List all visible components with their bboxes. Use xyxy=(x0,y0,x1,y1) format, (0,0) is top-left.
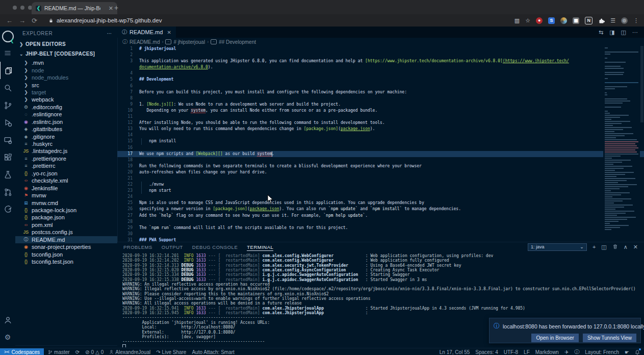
file-item-checkstyle.xml[interactable]: ‹›checkstyle.xml xyxy=(15,177,117,184)
code-line-13[interactable]: 13You will only need to run this command… xyxy=(117,126,644,132)
file-item-sonar-project.properties[interactable]: ◉sonar-project.properties xyxy=(15,243,117,250)
cursor-position[interactable]: Ln 17, Col 55 xyxy=(440,349,470,355)
code-line-14[interactable]: 14 xyxy=(117,132,644,138)
browser-menu-icon[interactable]: ⋮ xyxy=(633,17,639,24)
file-item-postcss.config.js[interactable]: JSpostcss.config.js xyxy=(15,229,117,236)
breadcrumb-file[interactable]: README.md xyxy=(130,39,160,45)
code-line-17[interactable]: 17We use npm scripts and [Webpack][] as … xyxy=(117,151,644,157)
open-changes-icon[interactable]: ⇆ xyxy=(599,29,603,36)
folder-item-webpack[interactable]: ❯webpack xyxy=(15,96,117,103)
live-share-status[interactable]: ↷ Live Share xyxy=(156,349,186,355)
back-icon[interactable]: ← xyxy=(6,17,13,24)
extension-gray-icon[interactable]: ▦ xyxy=(573,17,579,24)
github-pr-icon[interactable] xyxy=(0,183,15,200)
folder-item-node[interactable]: ❯node xyxy=(15,66,117,73)
problems-indicator[interactable]: ⊘ 0 △ 0 xyxy=(85,349,104,355)
code-line-7[interactable]: 7Before you can build this project, you … xyxy=(117,89,644,95)
file-item-.editorconfig[interactable]: ⚙.editorconfig xyxy=(15,104,117,111)
editor-tab-close-icon[interactable]: ✕ xyxy=(167,30,171,35)
info-status-icon[interactable]: ⓘ xyxy=(574,348,579,355)
code-line-1[interactable]: 1# jhipsterjoual xyxy=(117,46,644,52)
close-panel-icon[interactable]: ✕ xyxy=(633,244,638,250)
code-line-18[interactable]: 18 xyxy=(117,157,644,163)
extensions-puzzle-icon[interactable] xyxy=(598,17,605,24)
live-share-activity-icon[interactable] xyxy=(0,200,15,218)
address-bar[interactable]: alexandrejoual-jhip-belt-wp75.github.dev xyxy=(48,17,162,23)
maximize-panel-icon[interactable]: ∧ xyxy=(624,244,628,250)
reload-icon[interactable]: ⟳ xyxy=(32,17,37,24)
tab-problems[interactable]: PROBLEMS xyxy=(123,243,152,250)
remote-indicator[interactable]: >< Codespaces xyxy=(0,348,44,355)
folder-item-node_modules[interactable]: ❯node_modules xyxy=(15,74,117,81)
code-line-27[interactable]: 27Add the `help` flag on any command to … xyxy=(117,213,644,219)
split-terminal-icon[interactable]: ◫ xyxy=(601,244,606,250)
code-line-6[interactable]: 6 xyxy=(117,83,644,89)
workspace-section[interactable]: ⌄ JHIP-BELT [CODESPACES] xyxy=(15,49,117,59)
code-line-29[interactable]: 29The `npm run` command will list all of… xyxy=(117,225,644,231)
extension-red-icon[interactable]: ● xyxy=(536,17,543,24)
layout-status[interactable]: Layout: French xyxy=(585,349,619,355)
file-item-mvnw[interactable]: ⚑mvnw xyxy=(15,192,117,199)
file-item-Jenkinsfile[interactable]: ◉Jenkinsfile xyxy=(15,184,117,191)
code-line-wrap[interactable]: documentation-archive/v6.8.0). xyxy=(117,64,644,70)
bookmark-star-icon[interactable]: ☆ xyxy=(525,17,530,24)
code-line-28[interactable]: 28 xyxy=(117,219,644,225)
code-line-5[interactable]: 5## Development xyxy=(117,77,644,83)
settings-gear-icon[interactable]: ⚙ xyxy=(0,328,15,346)
code-line-12[interactable]: 12After installing Node, you should be a… xyxy=(117,120,644,126)
split-editor-icon[interactable]: ◫ xyxy=(621,29,626,36)
indentation-status[interactable]: Spaces: 4 xyxy=(475,349,498,355)
window-close-button[interactable] xyxy=(13,6,17,10)
editor-scrollbar[interactable] xyxy=(640,46,644,242)
editor-tab-readme[interactable]: ⓘ README.md ✕ xyxy=(117,27,176,38)
browser-tab[interactable]: ❮ README.md — Jhip-Belt [Cod ✕ xyxy=(32,2,117,14)
breadcrumb-h2[interactable]: ## Development xyxy=(219,39,256,45)
file-item-mvnw.cmd[interactable]: ⊞mvnw.cmd xyxy=(15,199,117,206)
run-debug-icon[interactable] xyxy=(0,114,15,131)
open-preview-icon[interactable]: ◨ xyxy=(609,29,614,36)
extension-blue-icon[interactable]: S xyxy=(548,17,555,24)
tab-debug-console[interactable]: DEBUG CONSOLE xyxy=(192,243,238,250)
code-editor[interactable]: 1# jhipsterjoual23This application was g… xyxy=(117,46,644,242)
file-item-.prettierignore[interactable]: ≡.prettierignore xyxy=(15,155,117,162)
code-line-23[interactable]: 23 npm start xyxy=(117,188,644,194)
test-flask-icon[interactable] xyxy=(0,166,15,183)
code-line-8[interactable]: 8 xyxy=(117,95,644,102)
language-mode[interactable]: Markdown xyxy=(535,349,559,355)
profile-avatar[interactable]: ◍ xyxy=(621,17,628,24)
code-line-16[interactable]: 16 xyxy=(117,145,644,151)
terminal-select[interactable]: 1: java ⌄ xyxy=(528,243,587,251)
code-line-11[interactable]: 11 xyxy=(117,114,644,120)
folder-item-target[interactable]: ❯target xyxy=(15,89,117,96)
file-item-package-lock.json[interactable]: {}package-lock.json xyxy=(15,207,117,214)
file-item-.eslintignore[interactable]: ◌.eslintignore xyxy=(15,111,117,118)
code-line-9[interactable]: 91. [Node.js][]: We use Node to run a de… xyxy=(117,102,644,108)
code-line-24[interactable]: 24 xyxy=(117,194,644,200)
new-terminal-icon[interactable]: + xyxy=(593,244,596,250)
search-icon[interactable] xyxy=(0,79,15,96)
file-item-.gitattributes[interactable]: ◈.gitattributes xyxy=(15,125,117,133)
explorer-activity-icon[interactable] xyxy=(0,62,16,79)
code-line-22[interactable]: 22 ./mvnw xyxy=(117,182,644,188)
reading-list-icon[interactable]: ☰ xyxy=(610,17,615,24)
file-item-.eslintrc.json[interactable]: ◉.eslintrc.json xyxy=(15,118,117,125)
tab-close-icon[interactable]: ✕ xyxy=(109,5,113,12)
code-line-30[interactable]: 30 xyxy=(117,231,644,237)
window-minimize-button[interactable] xyxy=(20,6,24,10)
code-line-10[interactable]: 10 Depending on your system, you can ins… xyxy=(117,108,644,114)
file-item-.lintstagedrc.js[interactable]: JS.lintstagedrc.js xyxy=(15,147,117,155)
sync-indicator[interactable]: ⟳ xyxy=(75,349,80,355)
account-icon[interactable] xyxy=(0,311,15,328)
source-control-icon[interactable] xyxy=(0,96,15,114)
notifications-bell-icon[interactable] xyxy=(635,349,640,355)
remote-explorer-icon[interactable] xyxy=(0,131,15,148)
extension-color-icon[interactable] xyxy=(560,17,567,24)
side-panel-icon[interactable]: ▥ xyxy=(514,17,520,24)
encoding-status[interactable]: UTF-8 xyxy=(504,349,518,355)
folder-item-.mvn[interactable]: ❯.mvn xyxy=(15,59,117,66)
file-item-.gitignore[interactable]: ◈.gitignore xyxy=(15,133,117,140)
code-line-25[interactable]: 25Npm is also used to manage CSS and Jav… xyxy=(117,200,644,206)
code-line-20[interactable]: 20auto-refreshes when files change on yo… xyxy=(117,169,644,175)
branch-indicator[interactable]: master xyxy=(48,349,70,355)
new-tab-button[interactable]: + xyxy=(114,4,118,12)
